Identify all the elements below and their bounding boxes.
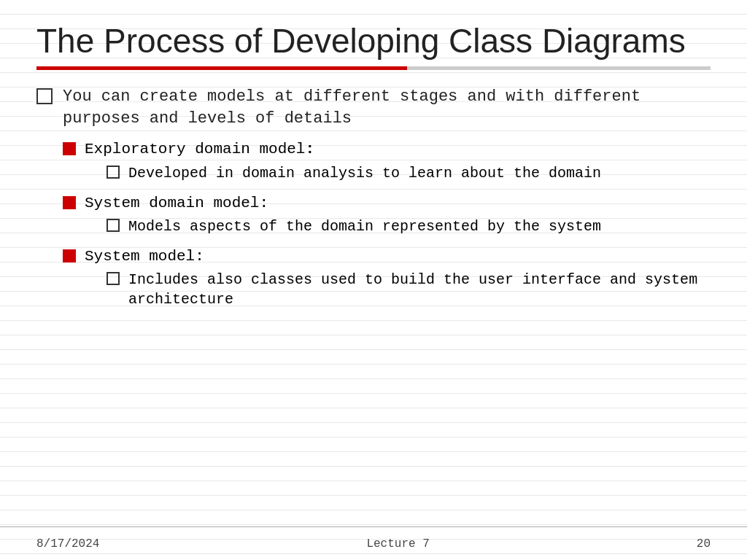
small-checkbox <box>107 272 120 285</box>
main-bullet-item: You can create models at different stage… <box>36 86 711 129</box>
sub-sub-text: Developed in domain analysis to learn ab… <box>128 163 601 183</box>
red-square-icon <box>63 249 76 262</box>
sub-item-label: Exploratory domain model: Developed in d… <box>85 139 711 187</box>
main-checkbox <box>36 88 53 104</box>
footer-date: 8/17/2024 <box>36 537 99 551</box>
red-square-icon <box>63 142 76 155</box>
main-bullet-text: You can create models at different stage… <box>63 86 711 129</box>
list-item: Models aspects of the domain represented… <box>85 217 711 236</box>
slide: The Process of Developing Class Diagrams… <box>0 0 747 560</box>
sub-list: Exploratory domain model: Developed in d… <box>63 139 711 314</box>
sub-sub-list: Includes also classes used to build the … <box>85 270 711 309</box>
list-item: System model: Includes also classes used… <box>63 246 711 314</box>
sub-item-label: System domain model: Models aspects of t… <box>85 193 711 241</box>
list-item: Exploratory domain model: Developed in d… <box>63 139 711 187</box>
slide-footer: 8/17/2024 Lecture 7 20 <box>0 526 747 560</box>
footer-page: 20 <box>697 537 711 551</box>
sub-sub-list: Models aspects of the domain represented… <box>85 217 711 236</box>
list-item: Includes also classes used to build the … <box>85 270 711 309</box>
main-list: You can create models at different stage… <box>36 86 711 129</box>
footer-lecture: Lecture 7 <box>366 537 429 551</box>
slide-title: The Process of Developing Class Diagrams <box>36 22 711 61</box>
small-checkbox <box>107 219 120 232</box>
list-item: Developed in domain analysis to learn ab… <box>85 163 711 183</box>
small-checkbox <box>107 166 120 179</box>
title-underline <box>36 66 711 70</box>
sub-sub-text: Includes also classes used to build the … <box>128 270 711 309</box>
sub-sub-text: Models aspects of the domain represented… <box>128 217 601 236</box>
sub-sub-list: Developed in domain analysis to learn ab… <box>85 163 711 183</box>
slide-content: The Process of Developing Class Diagrams… <box>0 0 747 526</box>
list-item: System domain model: Models aspects of t… <box>63 193 711 241</box>
sub-item-label: System model: Includes also classes used… <box>85 246 711 314</box>
red-square-icon <box>63 196 76 209</box>
